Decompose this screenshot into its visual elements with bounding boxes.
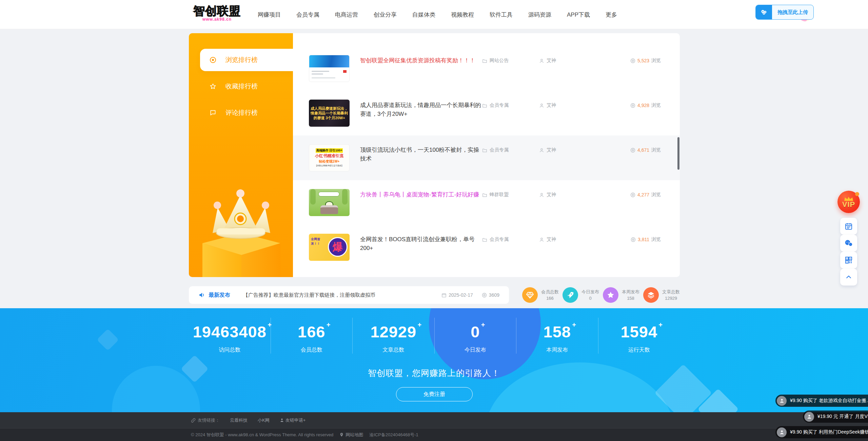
article-row[interactable]: 成人用品赛道新玩法，情趣用品一个长期暴利的赛道 3个月20W+ 成人用品赛道新玩… xyxy=(293,91,680,135)
user-icon xyxy=(539,58,544,63)
article-views: 3,811浏览 xyxy=(631,234,661,243)
friend-link[interactable]: 云盾科技 xyxy=(230,417,248,423)
cloud-upload-icon xyxy=(756,5,772,20)
star-icon xyxy=(603,287,618,303)
latest-views: 3609 xyxy=(482,292,499,298)
link-icon xyxy=(191,418,196,423)
latest-release-label[interactable]: 最新发布 xyxy=(198,292,230,299)
article-author[interactable]: 艾神 xyxy=(539,189,593,198)
icp-number[interactable]: 渝ICP备2024046468号-1 xyxy=(369,432,418,438)
nav-item-app[interactable]: APP下载 xyxy=(567,11,590,19)
tab-view-ranking[interactable]: 浏览排行榜 xyxy=(200,49,293,71)
toast-avatar xyxy=(804,412,814,422)
article-row[interactable]: 方块兽丨养乌龟丨桌面宠物-繁育打工-好玩好赚 蜂群联盟 艾神 4,277浏览 xyxy=(293,180,680,225)
toast-avatar xyxy=(777,427,787,437)
upload-button[interactable]: 拖拽至此上传 xyxy=(755,5,814,20)
article-category[interactable]: 会员专属 xyxy=(482,144,539,153)
nav-item-projects[interactable]: 网赚项目 xyxy=(258,11,281,19)
tab-label: 评论排行榜 xyxy=(225,108,258,117)
article-author[interactable]: 艾神 xyxy=(539,100,593,108)
article-title[interactable]: 全网首发！BOOS直聘引流创业兼职粉，单号200+ xyxy=(360,234,482,253)
user-icon xyxy=(807,414,812,419)
views-icon xyxy=(482,293,487,298)
tab-favorite-ranking[interactable]: 收藏排行榜 xyxy=(189,75,293,98)
article-author[interactable]: 艾神 xyxy=(539,234,593,243)
article-row[interactable]: 智创联盟全网征集优质资源投稿有奖励！！！ 网站公告 艾神 5,523浏览 xyxy=(293,46,680,91)
nav-item-startup[interactable]: 创业分享 xyxy=(374,11,397,19)
article-category[interactable]: 会员专属 xyxy=(482,100,539,108)
article-views: 4,671浏览 xyxy=(630,144,661,153)
big-stat-today: 0+ 今日发布 xyxy=(434,318,516,354)
big-stat-visits: 19463408+ 访问总数 xyxy=(189,318,271,354)
checkin-button[interactable] xyxy=(840,218,857,235)
main-nav: 网赚项目 会员专属 电商运营 创业分享 自媒体类 视频教程 软件工具 源码资源 … xyxy=(258,0,617,29)
user-icon xyxy=(539,148,544,153)
article-row[interactable]: 全网首发！！ 爆 全网首发！BOOS直聘引流创业兼职粉，单号200+ 会员专属 … xyxy=(293,225,680,270)
comment-icon xyxy=(209,109,217,117)
upload-button-label: 拖拽至此上传 xyxy=(772,9,813,16)
tab-label: 浏览排行榜 xyxy=(225,56,258,64)
top-navbar: 智创联盟 www.ak98.cn 网赚项目 会员专属 电商运营 创业分享 自媒体… xyxy=(0,0,868,29)
friend-link-apply[interactable]: 友链申请+ xyxy=(280,417,306,423)
qrcode-button[interactable] xyxy=(840,252,857,269)
latest-release-bar: 最新发布 【广告推荐】欧意最新官方注册下载链接，注册领取虚拟币 2025-02-… xyxy=(189,286,509,304)
user-icon xyxy=(280,418,284,422)
contact-button[interactable] xyxy=(840,235,857,252)
views-icon xyxy=(630,58,635,63)
nav-item-ecommerce[interactable]: 电商运营 xyxy=(335,11,358,19)
toast-avatar xyxy=(777,396,787,406)
diamond-icon xyxy=(522,287,538,303)
nav-item-software[interactable]: 软件工具 xyxy=(490,11,513,19)
vip-badge-button[interactable]: VIP xyxy=(837,191,860,213)
sitemap-link[interactable]: 网站地图 xyxy=(339,432,363,438)
article-title[interactable]: 方块兽丨养乌龟丨桌面宠物-繁育打工-好玩好赚 xyxy=(360,189,482,199)
chat-bubbles-icon xyxy=(844,239,853,247)
ranking-tabs: 浏览排行榜 收藏排行榜 评论排行榜 xyxy=(189,33,293,124)
calendar-icon xyxy=(845,222,853,230)
big-stat-members: 166+ 会员总数 xyxy=(271,318,353,354)
purchase-toast: ¥9.90 购买了 老款游戏全自动打金搬… xyxy=(775,395,868,407)
nav-item-vip[interactable]: 会员专属 xyxy=(296,11,319,19)
copyright-bar: © 2024 智创联盟 - www.ak98.cn & WordPress Th… xyxy=(0,428,868,441)
nav-item-media[interactable]: 自媒体类 xyxy=(412,11,435,19)
nav-item-video[interactable]: 视频教程 xyxy=(451,11,474,19)
purchase-toast: ¥19.90 元 开通了 月度VIP xyxy=(803,411,868,423)
qrcode-icon xyxy=(845,256,853,264)
user-icon xyxy=(779,398,785,403)
article-row[interactable]: 高端操作 日引100+ 小红书精准引流 轻松变现1W+ 【内附全网最详细引流号教… xyxy=(293,135,680,180)
big-stat-week: 158+ 本周发布 xyxy=(516,318,598,354)
article-title[interactable]: 顶级引流玩法小红书，一天100粉不被封，实操技术 xyxy=(360,144,482,163)
latest-release-link[interactable]: 【广告推荐】欧意最新官方注册下载链接，注册领取虚拟币 xyxy=(243,292,375,298)
article-title[interactable]: 智创联盟全网征集优质资源投稿有奖励！！！ xyxy=(360,55,482,65)
views-icon xyxy=(630,148,635,153)
friend-link[interactable]: 小K网 xyxy=(258,417,270,423)
article-author[interactable]: 艾神 xyxy=(539,55,593,64)
purchase-toast: ¥9.90 购买了 利用热门DeepSeek赚钱… xyxy=(775,426,868,438)
article-title[interactable]: 成人用品赛道新玩法，情趣用品一个长期暴利的赛道，3个月20W+ xyxy=(360,100,482,119)
nav-item-source[interactable]: 源码资源 xyxy=(528,11,551,19)
ranking-sidebar: 浏览排行榜 收藏排行榜 评论排行榜 xyxy=(189,33,293,277)
toast-text: ¥9.90 购买了 利用热门DeepSeek赚钱… xyxy=(790,429,868,435)
views-icon xyxy=(630,192,635,197)
nav-item-more[interactable]: 更多 xyxy=(606,11,617,19)
tab-comment-ranking[interactable]: 评论排行榜 xyxy=(189,102,293,124)
site-logo[interactable]: 智创联盟 www.ak98.cn xyxy=(192,4,242,22)
user-icon xyxy=(539,237,544,242)
article-author[interactable]: 艾神 xyxy=(539,144,593,153)
free-register-button[interactable]: 免费注册 xyxy=(396,387,473,401)
article-category[interactable]: 会员专属 xyxy=(482,234,539,243)
folder-icon xyxy=(482,103,487,108)
big-stat-articles: 12929+ 文章总数 xyxy=(352,318,434,354)
stat-members: 会员总数166 xyxy=(522,286,559,304)
user-icon xyxy=(539,192,544,197)
article-category[interactable]: 网站公告 xyxy=(482,55,539,64)
layers-icon xyxy=(643,287,659,303)
vip-badge-label: VIP xyxy=(842,202,855,208)
article-category[interactable]: 蜂群联盟 xyxy=(482,189,539,198)
article-views: 4,277浏览 xyxy=(630,189,661,198)
list-scrollbar-thumb[interactable] xyxy=(677,137,679,170)
tab-label: 收藏排行榜 xyxy=(225,82,258,91)
back-to-top-button[interactable] xyxy=(840,269,857,286)
stat-today: 今日发布0 xyxy=(563,286,599,304)
article-list: 智创联盟全网征集优质资源投稿有奖励！！！ 网站公告 艾神 5,523浏览 成人用… xyxy=(293,33,680,277)
